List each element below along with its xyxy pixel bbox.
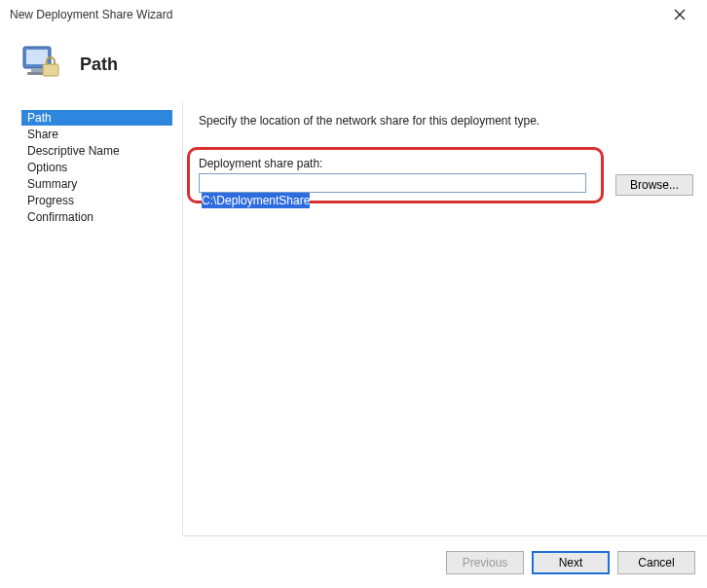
cancel-button[interactable]: Cancel (617, 551, 695, 574)
wizard-footer: Previous Next Cancel (183, 535, 707, 588)
instruction-text: Specify the location of the network shar… (199, 114, 693, 128)
step-summary[interactable]: Summary (21, 176, 172, 192)
step-label: Confirmation (27, 210, 93, 224)
close-icon (674, 9, 686, 20)
wizard-body: Path Share Descriptive Name Options Summ… (0, 99, 707, 535)
deployment-share-path-input[interactable] (199, 173, 586, 193)
step-label: Share (27, 128, 58, 141)
step-descriptive-name[interactable]: Descriptive Name (21, 143, 172, 159)
previous-button[interactable]: Previous (446, 551, 524, 574)
path-input-selection: C:\DeploymentShare (202, 193, 310, 208)
svg-rect-3 (26, 50, 48, 64)
page-title: Path (80, 55, 118, 75)
browse-button[interactable]: Browse... (615, 174, 693, 196)
step-confirmation[interactable]: Confirmation (21, 209, 172, 225)
step-label: Descriptive Name (27, 144, 120, 158)
step-label: Summary (27, 177, 77, 191)
step-progress[interactable]: Progress (21, 193, 172, 208)
next-button[interactable]: Next (532, 551, 610, 574)
step-path[interactable]: Path (21, 110, 172, 126)
svg-rect-4 (31, 68, 43, 72)
wizard-window: New Deployment Share Wizard Path Path Sh… (0, 0, 707, 588)
step-label: Path (27, 111, 52, 125)
step-share[interactable]: Share (21, 127, 172, 142)
wizard-content: Specify the location of the network shar… (183, 100, 707, 535)
step-label: Progress (27, 194, 74, 207)
close-button[interactable] (660, 1, 699, 28)
svg-rect-6 (43, 64, 58, 76)
step-options[interactable]: Options (21, 160, 172, 175)
wizard-steps-sidebar: Path Share Descriptive Name Options Summ… (0, 100, 183, 535)
titlebar: New Deployment Share Wizard (0, 0, 707, 29)
wizard-icon (18, 41, 64, 88)
computer-share-icon (18, 41, 64, 88)
window-title: New Deployment Share Wizard (10, 8, 660, 21)
wizard-header: Path (0, 29, 707, 99)
path-field-group: Deployment share path: C:\DeploymentShar… (199, 157, 693, 193)
step-label: Options (27, 161, 67, 174)
path-field-label: Deployment share path: (199, 157, 693, 170)
